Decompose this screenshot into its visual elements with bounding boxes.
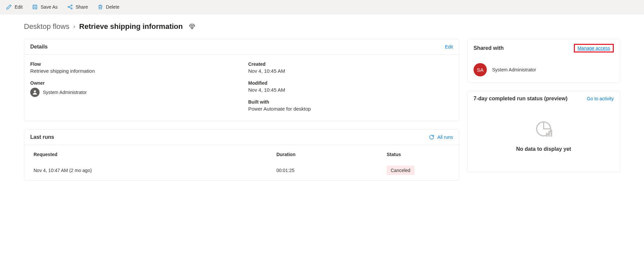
shared-card: Shared with Manage access SA System Admi… [467,39,620,83]
svg-rect-7 [551,130,552,136]
main-column: Details Edit Flow Retrieve shipping info… [24,39,459,181]
share-button[interactable]: Share [66,3,89,11]
svg-point-4 [34,90,36,92]
side-column: Shared with Manage access SA System Admi… [467,39,620,181]
shared-header: Shared with Manage access [468,39,620,57]
created-value: Nov 4, 10:45 AM [248,68,453,74]
breadcrumb: Desktop flows › Retrieve shipping inform… [24,22,620,31]
runs-table: Requested Duration Status Nov 4, 10:47 A… [24,145,459,180]
persona-avatar: SA [474,63,487,76]
details-edit-link[interactable]: Edit [445,44,453,49]
owner-field: Owner System Administrator [30,80,235,97]
edit-label: Edit [15,4,23,10]
chevron-right-icon: › [73,24,75,30]
refresh-icon [429,134,435,140]
runs-card: Last runs All runs Requested Duration St… [24,129,459,181]
col-requested-header: Requested [30,152,276,157]
toolbar: Edit Save As Share Delete [0,0,644,14]
modified-field: Modified Nov 4, 10:45 AM [248,80,453,93]
row-requested: Nov 4, 10:47 AM (2 mo ago) [30,168,276,173]
svg-rect-5 [546,133,548,137]
avatar [30,88,40,97]
status-badge: Canceled [387,166,414,175]
runs-title: Last runs [30,134,54,140]
runs-header: Last runs All runs [24,130,459,145]
share-icon [67,4,73,10]
owner-row: System Administrator [30,88,235,97]
built-label: Built with [248,99,453,105]
save-as-button[interactable]: Save As [31,3,58,11]
flow-label: Flow [30,61,235,67]
shared-user-name: System Administrator [492,67,536,72]
shared-body: SA System Administrator [468,57,620,82]
pie-bar-chart-icon [534,120,553,138]
diamond-icon [189,23,195,30]
trash-icon [97,4,103,10]
details-card: Details Edit Flow Retrieve shipping info… [24,39,459,121]
svg-rect-0 [33,5,37,9]
details-header: Details Edit [24,39,459,55]
breadcrumb-parent[interactable]: Desktop flows [24,22,69,31]
modified-value: Nov 4, 10:45 AM [248,87,453,93]
svg-rect-6 [548,131,550,136]
breadcrumb-current: Retrieve shipping information [79,22,183,31]
flow-value: Retrieve shipping information [30,68,235,74]
created-field: Created Nov 4, 10:45 AM [248,61,453,74]
delete-label: Delete [106,4,119,10]
owner-value: System Administrator [43,90,87,95]
built-field: Built with Power Automate for desktop [248,99,453,112]
shared-title: Shared with [474,45,504,51]
built-value: Power Automate for desktop [248,106,453,112]
modified-label: Modified [248,80,453,86]
person-icon [32,89,38,95]
go-to-activity-link[interactable]: Go to activity [587,96,614,101]
save-as-label: Save As [41,4,57,10]
save-icon [32,4,38,10]
share-label: Share [76,4,88,10]
delete-button[interactable]: Delete [97,3,120,11]
owner-label: Owner [30,80,235,86]
page-content: Desktop flows › Retrieve shipping inform… [0,14,644,189]
col-duration-header: Duration [276,152,387,157]
manage-access-link[interactable]: Manage access [578,45,610,51]
runs-table-head: Requested Duration Status [24,145,459,162]
manage-access-highlight: Manage access [574,44,614,52]
details-body: Flow Retrieve shipping information Owner… [24,55,459,121]
pencil-icon [6,4,12,10]
edit-button[interactable]: Edit [5,3,23,11]
created-label: Created [248,61,453,67]
runstatus-title: 7-day completed run status (preview) [474,96,568,102]
details-right: Created Nov 4, 10:45 AM Modified Nov 4, … [248,61,453,112]
all-runs-label: All runs [437,135,453,140]
layout: Details Edit Flow Retrieve shipping info… [24,39,620,181]
all-runs-link[interactable]: All runs [429,134,453,140]
runstatus-card: 7-day completed run status (preview) Go … [467,91,620,172]
table-row[interactable]: Nov 4, 10:47 AM (2 mo ago) 00:01:25 Canc… [24,162,459,180]
row-duration: 00:01:25 [276,168,387,173]
flow-field: Flow Retrieve shipping information [30,61,235,74]
runstatus-header: 7-day completed run status (preview) Go … [468,91,620,106]
shared-user-row: SA System Administrator [474,63,614,76]
row-status: Canceled [387,166,453,175]
runstatus-body: No data to display yet [468,106,620,172]
details-left: Flow Retrieve shipping information Owner… [30,61,235,112]
col-status-header: Status [387,152,453,157]
details-title: Details [30,44,48,50]
no-data-text: No data to display yet [516,146,571,152]
